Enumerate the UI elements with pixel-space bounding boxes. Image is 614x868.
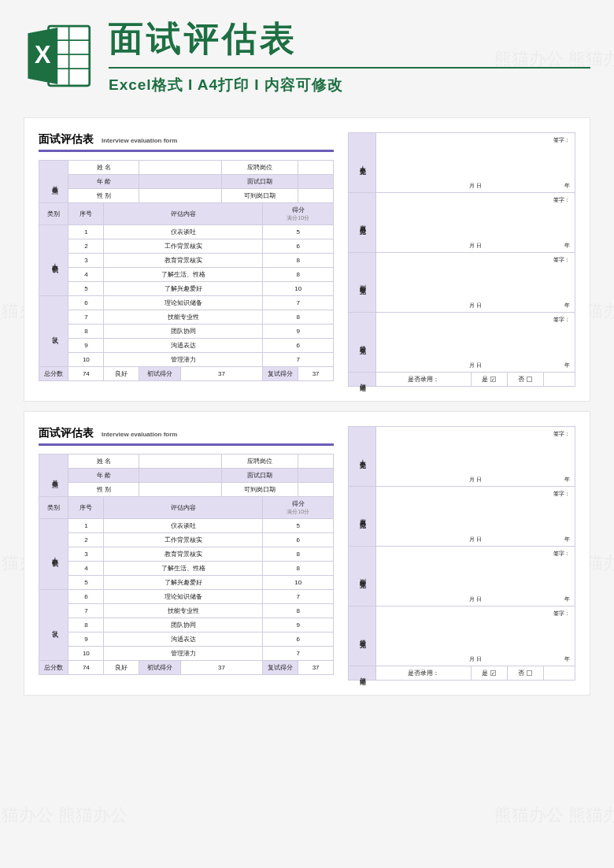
- cell-content: 沟通表达: [104, 632, 263, 647]
- label-month-day: 月 日: [469, 655, 482, 663]
- cell-content: 沟通表达: [104, 339, 263, 353]
- label-month-day: 月 日: [469, 242, 482, 250]
- label-position: 应聘岗位: [221, 454, 298, 469]
- cell-seq: 2: [68, 533, 104, 547]
- cell-content: 团队协同: [104, 618, 263, 632]
- cell-content: 仪表谈吐: [104, 519, 263, 533]
- cell-score: 10: [263, 282, 334, 296]
- label-start-date: 可到岗日期: [221, 483, 298, 497]
- label-position: 应聘岗位: [221, 161, 298, 175]
- cell-content: 管理潜力: [104, 353, 263, 367]
- label-first-score: 初试得分: [139, 661, 180, 675]
- opinion-label: 直属部门意见: [349, 487, 376, 547]
- cell-seq: 9: [68, 339, 104, 353]
- checkbox-yes-icon: ✓: [490, 670, 496, 676]
- opinion-label: 人事部意见: [349, 427, 376, 487]
- label-sign: 签字：: [553, 490, 570, 498]
- form-page: 面试评估表 Interview evaluation form 基本信息 姓 名…: [24, 117, 590, 402]
- cell-content: 了解生活、性格: [104, 562, 263, 576]
- checkbox-no-icon: [527, 670, 532, 676]
- cell-seq: 5: [68, 576, 104, 590]
- cell-score: 9: [263, 325, 334, 339]
- cell-score: 6: [263, 339, 334, 353]
- label-group: 人事部初试: [39, 225, 68, 296]
- label-age: 年 龄: [68, 175, 139, 189]
- evaluation-table: 基本信息 姓 名 应聘岗位 年 龄 面试日期 性 别 可到岗日期: [39, 160, 334, 381]
- value-rating: 良好: [104, 661, 139, 675]
- label-gender: 性 别: [68, 483, 139, 497]
- label-seq: 序号: [68, 497, 104, 519]
- label-month-day: 月 日: [469, 182, 482, 190]
- cell-score: 8: [263, 268, 334, 282]
- excel-icon: X: [24, 20, 94, 91]
- svg-text:X: X: [35, 41, 51, 68]
- value-name: [139, 161, 222, 175]
- label-score: 得分: [264, 206, 331, 214]
- label-hire-q: 是否录用：: [375, 666, 471, 681]
- label-sign: 签字：: [553, 136, 570, 144]
- opinion-area: 签字：月 日年: [375, 253, 575, 313]
- cell-content: 了解兴趣爱好: [104, 576, 263, 590]
- label-score-hint: 满分10分: [264, 508, 331, 516]
- value-first-score: 37: [180, 661, 263, 675]
- label-sign: 签字：: [553, 610, 570, 618]
- opinion-label: 直属部门意见: [349, 193, 376, 253]
- cell-content: 理论知识储备: [104, 296, 263, 310]
- page-title: 面试评估表: [109, 16, 590, 62]
- label-score: 得分: [264, 499, 331, 508]
- cell-seq: 1: [68, 225, 104, 239]
- opinion-label: 总经理意见: [349, 606, 376, 666]
- cell-seq: 7: [68, 604, 104, 618]
- cell-seq: 10: [68, 353, 104, 367]
- label-year: 年: [564, 182, 570, 190]
- opinion-area: 签字：月 日年: [375, 606, 575, 666]
- cell-seq: 3: [68, 547, 104, 562]
- value-gender: [139, 189, 222, 203]
- cell-seq: 8: [68, 325, 104, 339]
- value-total: 74: [68, 661, 104, 675]
- cell-score: 8: [263, 254, 334, 268]
- opinion-label: 副总经理意见: [349, 547, 376, 606]
- opinion-label: 人事部意见: [349, 133, 376, 193]
- option-yes: 是✓: [471, 666, 507, 681]
- label-second-score: 复试得分: [263, 367, 298, 381]
- cell-seq: 5: [68, 282, 104, 296]
- page-header: X 面试评估表 Excel格式 I A4打印 I 内容可修改: [0, 0, 614, 108]
- cell-score: 9: [263, 618, 334, 632]
- label-first-score: 初试得分: [139, 367, 180, 381]
- cell-score: 5: [263, 225, 334, 239]
- option-no: 否: [507, 666, 543, 681]
- cell-seq: 6: [68, 296, 104, 310]
- label-year: 年: [564, 655, 570, 663]
- value-position: [298, 454, 334, 469]
- label-year: 年: [564, 595, 570, 603]
- cell-score: 8: [263, 547, 334, 562]
- cell-score: 6: [263, 239, 334, 254]
- opinion-area: 签字：月 日年: [375, 193, 575, 253]
- cell-content: 了解生活、性格: [104, 268, 263, 282]
- label-sign: 签字：: [553, 316, 570, 324]
- cell-score: 7: [263, 647, 334, 661]
- cell-score: 7: [263, 296, 334, 310]
- option-no: 否: [507, 373, 543, 387]
- label-hire-q: 是否录用：: [375, 373, 471, 387]
- cell-content: 仪表谈吐: [104, 225, 263, 239]
- opinion-area: 签字：月 日年: [375, 313, 575, 373]
- label-month-day: 月 日: [469, 595, 482, 603]
- opinion-table: 人事部意见签字：月 日年直属部门意见签字：月 日年副总经理意见签字：月 日年总经…: [348, 426, 575, 681]
- value-interview-date: [298, 175, 334, 189]
- form-title-bar: 面试评估表 Interview evaluation form: [39, 426, 334, 446]
- opinion-table: 人事部意见签字：月 日年直属部门意见签字：月 日年副总经理意见签字：月 日年总经…: [348, 132, 575, 387]
- cell-content: 教育背景核实: [104, 547, 263, 562]
- label-gender: 性 别: [68, 189, 139, 203]
- form-title-zh: 面试评估表: [39, 132, 94, 147]
- cell-content: 团队协同: [104, 325, 263, 339]
- opinion-area: 签字：月 日年: [375, 427, 575, 487]
- label-age: 年 龄: [68, 469, 139, 483]
- cell-seq: 2: [68, 239, 104, 254]
- cell-score: 8: [263, 310, 334, 325]
- opinion-label: 副总经理意见: [349, 253, 376, 313]
- label-year: 年: [564, 476, 570, 484]
- label-seq: 序号: [68, 203, 104, 225]
- value-start-date: [298, 189, 334, 203]
